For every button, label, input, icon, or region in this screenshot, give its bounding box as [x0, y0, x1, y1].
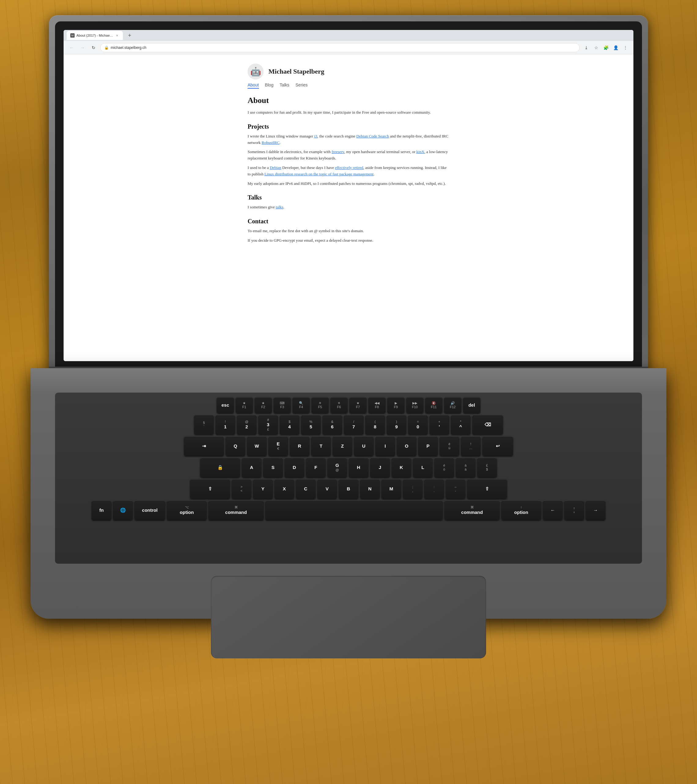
- key-excl[interactable]: !…: [461, 436, 481, 456]
- key-4[interactable]: $4: [280, 415, 299, 435]
- website-content[interactable]: 🤖 Michael Stapelberg About Blog Talks Se…: [64, 54, 633, 361]
- key-c[interactable]: C: [296, 479, 315, 499]
- debian-link[interactable]: Debian: [270, 165, 282, 170]
- key-backtick[interactable]: *^: [451, 415, 471, 435]
- key-3[interactable]: #3£: [258, 415, 278, 435]
- back-button[interactable]: ←: [67, 43, 76, 52]
- key-f4[interactable]: 🔍F4: [292, 397, 310, 413]
- key-f10[interactable]: ▶▶F10: [406, 397, 423, 413]
- key-1[interactable]: !1: [216, 415, 235, 435]
- nav-series[interactable]: Series: [296, 82, 308, 89]
- key-f5[interactable]: ☀F5: [312, 397, 329, 413]
- key-plus[interactable]: +': [429, 415, 449, 435]
- key-f9[interactable]: ▶F9: [387, 397, 405, 413]
- key-arrow-left[interactable]: ←: [543, 501, 563, 520]
- key-a[interactable]: A: [242, 458, 261, 477]
- key-shift-right[interactable]: ⇧: [467, 479, 507, 499]
- key-y[interactable]: Y: [253, 479, 273, 499]
- key-m[interactable]: M: [382, 479, 401, 499]
- retired-link[interactable]: effectively retired: [335, 165, 363, 170]
- chrome-tab-active[interactable]: M About (2017) - Michael Stapel... ×: [67, 31, 123, 40]
- key-f[interactable]: F: [306, 458, 325, 477]
- refresh-button[interactable]: ↻: [89, 43, 98, 52]
- new-tab-button[interactable]: +: [126, 31, 134, 40]
- key-a-accent[interactable]: àä: [456, 458, 476, 477]
- key-e-accent[interactable]: èü: [439, 436, 459, 456]
- key-shift-left[interactable]: ⇧: [190, 479, 230, 499]
- key-6[interactable]: &6: [322, 415, 342, 435]
- key-x[interactable]: X: [274, 479, 294, 499]
- key-f6[interactable]: ☀F6: [330, 397, 348, 413]
- extension-icon[interactable]: 🧩: [601, 43, 610, 52]
- tab-close-button[interactable]: ×: [115, 33, 119, 38]
- key-9[interactable]: )9: [387, 415, 406, 435]
- key-f7[interactable]: ★F7: [349, 397, 367, 413]
- key-option-right[interactable]: ↑option: [501, 501, 541, 520]
- key-arrow-right[interactable]: →: [586, 501, 605, 520]
- key-period[interactable]: :.: [424, 479, 444, 499]
- key-l[interactable]: L: [413, 458, 433, 477]
- key-fn[interactable]: fn: [92, 501, 111, 520]
- key-z[interactable]: Z: [333, 436, 352, 456]
- bookmark-icon[interactable]: ☆: [592, 43, 600, 52]
- key-control[interactable]: control: [134, 501, 165, 520]
- key-i[interactable]: I: [375, 436, 395, 456]
- key-g[interactable]: G@: [327, 458, 347, 477]
- profile-icon[interactable]: 👤: [611, 43, 620, 52]
- key-o-accent[interactable]: éö: [434, 458, 454, 477]
- key-backspace[interactable]: ⌫: [472, 415, 503, 435]
- key-f1[interactable]: ★F1: [236, 397, 253, 413]
- key-q[interactable]: Q: [226, 436, 245, 456]
- key-u[interactable]: U: [354, 436, 373, 456]
- key-2[interactable]: @2: [237, 415, 256, 435]
- key-k[interactable]: K: [391, 458, 411, 477]
- key-space[interactable]: [265, 501, 443, 520]
- key-arrow-up[interactable]: ↑↓: [564, 501, 584, 520]
- address-bar[interactable]: 🔒 michael.stapelberg.ch: [100, 43, 580, 52]
- key-f12[interactable]: 🔊F12: [444, 397, 461, 413]
- key-o[interactable]: O: [397, 436, 416, 456]
- debian-code-search-link[interactable]: Debian Code Search: [357, 134, 389, 138]
- key-s[interactable]: S: [263, 458, 283, 477]
- key-8[interactable]: (8: [365, 415, 385, 435]
- key-pound[interactable]: £$: [477, 458, 497, 477]
- key-r[interactable]: R: [290, 436, 309, 456]
- key-f2[interactable]: ★F2: [254, 397, 272, 413]
- key-b[interactable]: B: [339, 479, 358, 499]
- key-command-right[interactable]: ⌘command: [444, 501, 499, 520]
- key-n[interactable]: N: [360, 479, 380, 499]
- nav-about[interactable]: About: [248, 82, 259, 89]
- key-w[interactable]: W: [247, 436, 267, 456]
- key-tab[interactable]: ⇥: [184, 436, 224, 456]
- key-t[interactable]: T: [311, 436, 331, 456]
- key-command-left[interactable]: ⌘command: [208, 501, 264, 520]
- key-h[interactable]: H: [349, 458, 368, 477]
- nav-blog[interactable]: Blog: [265, 82, 274, 89]
- key-j[interactable]: J: [370, 458, 390, 477]
- talks-link[interactable]: talks: [276, 205, 283, 209]
- kinx-link[interactable]: kinX: [416, 150, 424, 154]
- nav-talks[interactable]: Talks: [280, 82, 289, 89]
- key-5[interactable]: %5: [301, 415, 321, 435]
- key-f8[interactable]: ◀◀F8: [368, 397, 385, 413]
- key-section[interactable]: §¨: [194, 415, 214, 435]
- key-dash[interactable]: –-: [446, 479, 465, 499]
- laptop-screen[interactable]: M About (2017) - Michael Stapel... × + ←…: [64, 30, 633, 361]
- key-capslock[interactable]: 🔒: [200, 458, 240, 477]
- key-d[interactable]: D: [285, 458, 304, 477]
- key-esc[interactable]: esc: [217, 397, 234, 413]
- i3-link[interactable]: i3: [314, 134, 317, 138]
- key-7[interactable]: /7: [344, 415, 363, 435]
- robustirc-link[interactable]: RobustIRC: [262, 140, 280, 145]
- key-f11[interactable]: 🔇F11: [425, 397, 443, 413]
- key-comma[interactable]: ;,: [403, 479, 423, 499]
- forward-button[interactable]: →: [78, 43, 87, 52]
- key-0[interactable]: =0: [408, 415, 428, 435]
- linux-research-link[interactable]: Linux distribution research on the topic…: [264, 172, 373, 176]
- key-globe[interactable]: 🌐: [113, 501, 133, 520]
- key-return[interactable]: ↩: [482, 436, 513, 456]
- key-p[interactable]: P: [418, 436, 438, 456]
- key-angle-bracket[interactable]: ><: [232, 479, 251, 499]
- key-delete[interactable]: del: [463, 397, 480, 413]
- key-option-left[interactable]: ⌥option: [167, 501, 206, 520]
